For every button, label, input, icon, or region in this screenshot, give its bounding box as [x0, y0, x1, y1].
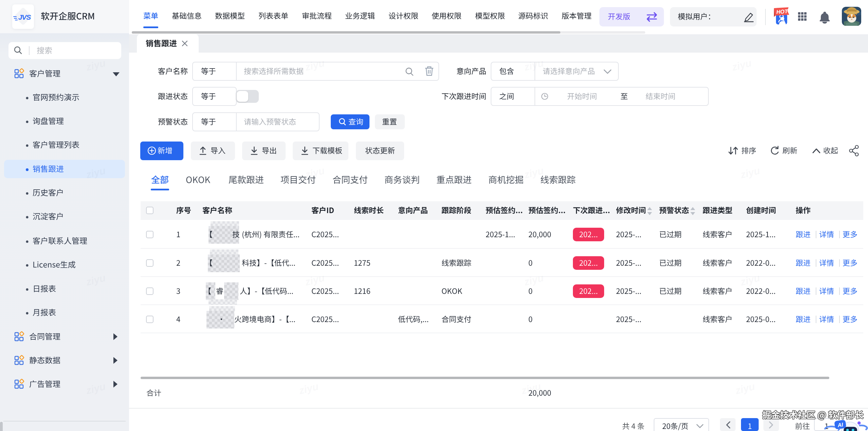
svg-text:AI: AI	[837, 421, 844, 428]
